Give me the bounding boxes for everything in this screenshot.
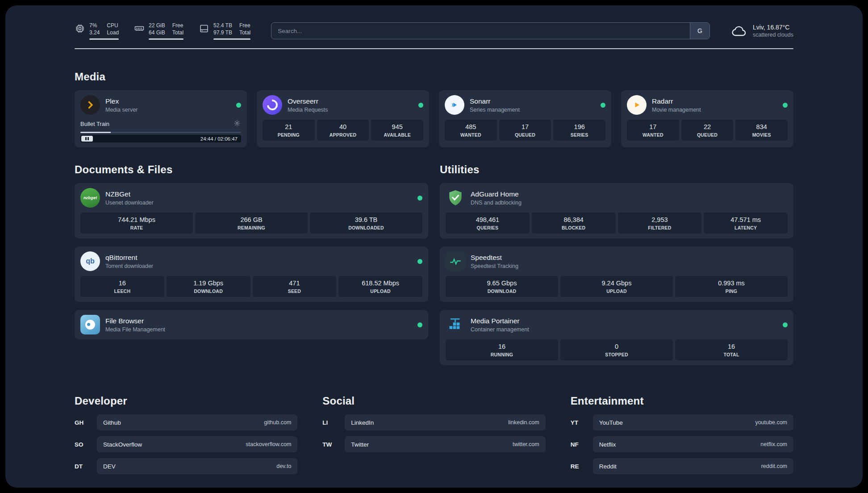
bookmark-github[interactable]: GH Github github.com [75,414,297,430]
bookmark-url: twitter.com [513,441,539,447]
bookmark-netflix[interactable]: NF Netflix netflix.com [571,436,793,452]
memory-widget: 22 GiB 64 GiB Free Total [134,22,184,40]
service-description: Media server [105,107,138,113]
dashboard-window: 7% 3.24 CPU Load [5,5,863,488]
stat-block: 266 GB REMAINING [195,213,308,234]
stat-value: 945 [373,123,421,130]
section-title-entertainment: Entertainment [571,395,793,407]
bookmark-stackoverflow[interactable]: SO StackOverflow stackoverflow.com [75,436,297,452]
stat-label: BLOCKED [534,225,614,230]
playback-progress-bar[interactable] [80,132,241,133]
qbittorrent-icon: qb [80,251,100,271]
section-title-utilities: Utilities [440,163,793,176]
service-card-sonarr[interactable]: Sonarr Series management 485 WANTED 17 Q… [439,90,611,147]
stat-value: 744.21 Mbps [82,216,191,223]
bookmark-abbr: GH [75,419,97,426]
stat-value: 16 [447,343,556,350]
bookmark-abbr: NF [571,441,593,448]
section-title-developer: Developer [75,395,297,407]
stat-block: 17 QUEUED [499,120,551,141]
gear-icon[interactable] [233,120,241,128]
weather-condition: scattered clouds [753,32,793,38]
service-card-qbittorrent[interactable]: qb qBittorrent Torrent downloader 16 LEE… [75,246,428,302]
stat-block: 498,461 QUERIES [446,213,530,234]
stat-block: 744.21 Mbps RATE [80,213,193,234]
bookmark-url: youtube.com [755,419,787,426]
bookmark-twitter[interactable]: TW Twitter twitter.com [322,436,545,452]
bookmark-abbr: RE [571,463,593,470]
stat-value: 9.65 Gbps [447,280,556,287]
weather-widget: Lviv, 16.87°C scattered clouds [730,22,793,39]
cpu-load-value: 3.24 [89,29,100,36]
stat-block: 0.993 ms PING [675,276,788,297]
bookmark-url: linkedin.com [508,419,539,426]
stat-value: 618.52 Mbps [340,280,421,287]
nzbget-icon: nzbget [80,188,100,208]
pause-button[interactable] [81,136,93,142]
stat-block: 945 AVAILABLE [371,120,423,141]
disk-free-label: Free [239,22,250,29]
service-card-speedtest[interactable]: Speedtest Speedtest Tracking 9.65 Gbps D… [440,246,793,302]
bookmark-pill: Reddit reddit.com [593,458,793,474]
portainer-icon [446,315,465,334]
bookmark-name: Netflix [599,441,616,448]
stat-block: 40 APPROVED [317,120,369,141]
stat-value: 39.6 TB [312,216,421,223]
stat-value: 0 [562,343,671,350]
disk-icon [199,23,209,34]
stat-block: 16 LEECH [80,276,164,297]
service-description: Speedtest Tracking [471,263,518,269]
search-input[interactable] [271,23,690,39]
playback-time: 24:44 / 02:06:47 [200,136,238,142]
service-description: Torrent downloader [105,263,153,269]
stat-label: DOWNLOAD [168,288,249,294]
memory-stats: 22 GiB 64 GiB Free Total [149,22,184,40]
bookmark-reddit[interactable]: RE Reddit reddit.com [571,458,793,474]
stat-block: 0 STOPPED [560,339,673,360]
service-description: Series management [470,107,520,113]
status-dot [783,322,788,327]
service-card-nzbget[interactable]: nzbget NZBGet Usenet downloader 744.21 M… [75,183,428,238]
bookmark-name: LinkedIn [351,419,374,426]
stat-label: APPROVED [319,132,367,138]
bookmark-name: Twitter [351,441,369,448]
stat-label: SEED [255,288,335,294]
bookmark-linkedin[interactable]: LI LinkedIn linkedin.com [322,414,545,430]
stat-block: 16 TOTAL [675,339,788,360]
stat-value: 196 [555,123,604,130]
cpu-icon [75,23,85,34]
stat-value: 86,384 [534,216,614,223]
cpu-bar [89,38,119,40]
header-divider [75,48,793,49]
plex-icon [80,95,100,115]
stat-value: 16 [677,343,786,350]
bookmark-youtube[interactable]: YT YouTube youtube.com [571,414,793,430]
service-card-portainer[interactable]: Media Portainer Container management 16 … [440,310,793,365]
stat-block: 618.52 Mbps UPLOAD [338,276,422,297]
search-bar[interactable]: G [271,22,710,39]
top-bar: 7% 3.24 CPU Load [75,21,793,41]
stat-value: 1.19 Gbps [168,280,249,287]
service-name: NZBGet [105,190,154,198]
service-card-adguard[interactable]: AdGuard Home DNS and adblocking 498,461 … [440,183,793,238]
media-card-grid: Plex Media server Bullet Train [75,90,793,147]
service-card-plex[interactable]: Plex Media server Bullet Train [75,90,247,147]
bookmark-dev[interactable]: DT DEV dev.to [75,458,297,474]
service-card-radarr[interactable]: Radarr Movie management 17 WANTED 22 QUE… [621,90,793,147]
service-description: DNS and adblocking [471,200,522,206]
search-provider-button[interactable]: G [690,23,709,39]
section-title-media: Media [75,71,793,83]
cpu-widget: 7% 3.24 CPU Load [75,22,119,40]
stat-label: LATENCY [705,225,786,230]
bookmark-abbr: DT [75,463,97,470]
bookmark-name: Reddit [599,463,617,470]
stat-label: DOWNLOADED [312,225,421,230]
stat-label: DOWNLOAD [447,288,556,294]
service-card-overseerr[interactable]: Overseerr Media Requests 21 PENDING 40 A… [257,90,429,147]
status-dot [417,322,422,327]
service-card-filebrowser[interactable]: File Browser Media File Management [75,310,428,339]
stat-block: 2,953 FILTERED [618,213,702,234]
playback-controls: 24:44 / 02:06:47 [80,135,241,142]
stat-block: 1.19 Gbps DOWNLOAD [167,276,250,297]
bookmark-group-social: Social LI LinkedIn linkedin.com TW Twitt… [322,395,545,480]
